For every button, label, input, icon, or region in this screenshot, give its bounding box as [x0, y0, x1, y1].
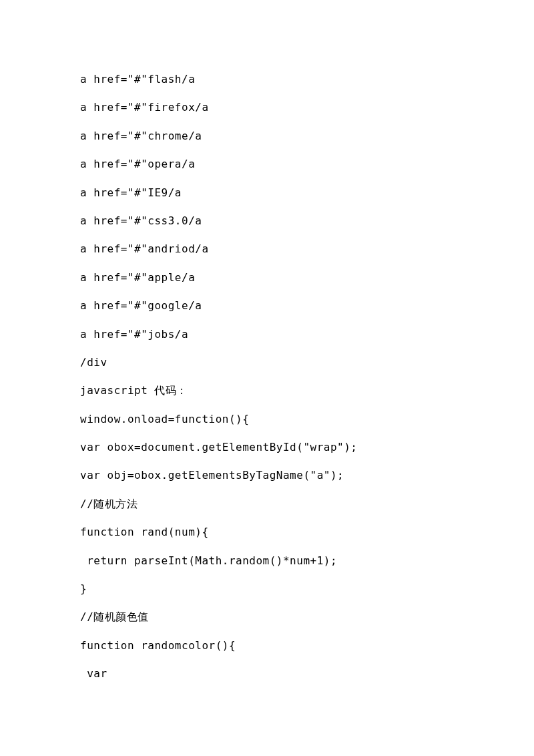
code-line: a href="#"firefox/a [80, 100, 454, 115]
code-line: function randomcolor(){ [80, 638, 454, 653]
code-line: a href="#"jobs/a [80, 327, 454, 342]
code-line: a href="#"apple/a [80, 270, 454, 285]
code-line: var [80, 667, 454, 681]
code-line: a href="#"chrome/a [80, 129, 454, 144]
code-line: a href="#"andriod/a [80, 242, 454, 256]
code-line: window.onload=function(){ [80, 412, 454, 427]
code-line: var obj=obox.getElementsByTagName("a"); [80, 468, 454, 483]
code-line: javascript 代码： [80, 383, 454, 398]
code-line: var obox=document.getElementById("wrap")… [80, 440, 454, 455]
code-line: } [80, 582, 454, 596]
code-line: return parseInt(Math.random()*num+1); [80, 554, 454, 568]
code-line: a href="#"IE9/a [80, 186, 454, 200]
code-line: a href="#"flash/a [80, 72, 454, 87]
code-line: //随机颜色值 [80, 610, 454, 624]
code-line: a href="#"google/a [80, 299, 454, 313]
code-line: a href="#"opera/a [80, 157, 454, 172]
code-line: /div [80, 355, 454, 370]
code-line: a href="#"css3.0/a [80, 214, 454, 228]
code-line: function rand(num){ [80, 525, 454, 540]
code-line: //随机方法 [80, 497, 454, 512]
document-page: a href="#"flash/a a href="#"firefox/a a … [0, 0, 534, 682]
